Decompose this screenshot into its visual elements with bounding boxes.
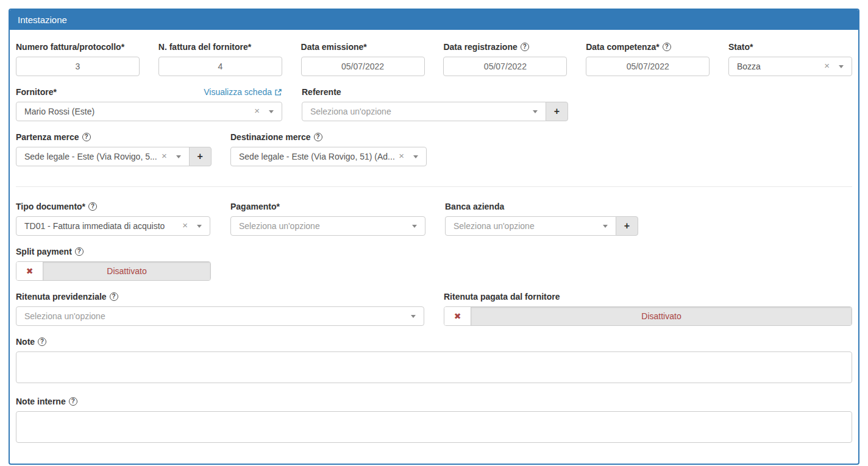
toggle-off-icon: ✖ [26, 267, 34, 275]
chevron-down-icon [176, 155, 181, 158]
chevron-down-icon [269, 110, 274, 113]
pagamento-select[interactable]: Seleziona un'opzione [230, 216, 425, 236]
clear-icon[interactable]: × [399, 151, 404, 160]
add-banca-azienda-button[interactable]: + [616, 216, 638, 236]
toggle-off-icon: ✖ [454, 312, 461, 320]
row-fornitore-referente: Fornitore* Visualizza scheda Mario Rossi… [16, 87, 852, 121]
banca-azienda-label: Banca azienda [445, 202, 638, 211]
row-header-fields: Numero fattura/protocollo* N. fattura de… [16, 42, 852, 76]
data-competenza-label: Data competenza* ? [586, 42, 710, 52]
field-n-fattura-fornitore: N. fattura del fornitore* [158, 42, 282, 76]
help-icon[interactable]: ? [314, 133, 322, 141]
stato-select-value: Bozza [737, 62, 761, 71]
destinazione-merce-label: Destinazione merce ? [230, 132, 427, 142]
help-icon[interactable]: ? [69, 397, 77, 406]
row-merce: Partenza merce ? Sede legale - Este (Via… [16, 132, 852, 166]
ritenuta-pagata-toggle-state: Disattivato [471, 307, 852, 325]
stato-label: Stato* [728, 42, 852, 52]
external-link-icon [274, 88, 282, 96]
note-label: Note ? [16, 337, 852, 347]
split-payment-toggle-state: Disattivato [43, 262, 210, 280]
referente-select-placeholder: Seleziona un'opzione [310, 107, 391, 116]
row-note: Note ? [16, 337, 852, 386]
referente-select[interactable]: Seleziona un'opzione [302, 102, 546, 121]
chevron-down-icon [533, 110, 538, 113]
partenza-merce-select[interactable]: Sede legale - Este (Via Rovigo, 5... × [16, 147, 190, 166]
help-icon[interactable]: ? [38, 337, 46, 346]
field-partenza-merce: Partenza merce ? Sede legale - Este (Via… [16, 132, 210, 166]
clear-icon[interactable]: × [824, 61, 830, 70]
partenza-merce-label: Partenza merce ? [16, 132, 210, 142]
split-payment-label: Split payment ? [16, 247, 211, 256]
row-note-interne: Note interne ? [16, 397, 852, 445]
tipo-documento-select[interactable]: TD01 - Fattura immediata di acquisto × [16, 216, 210, 236]
ritenuta-pagata-toggle[interactable]: ✖ Disattivato [444, 306, 852, 326]
numero-fattura-label: Numero fattura/protocollo* [16, 42, 140, 52]
banca-azienda-select[interactable]: Seleziona un'opzione [445, 216, 616, 236]
clear-icon[interactable]: × [182, 221, 188, 230]
field-data-competenza: Data competenza* ? [586, 42, 710, 76]
panel-body: Numero fattura/protocollo* N. fattura de… [10, 30, 858, 464]
partenza-merce-select-value: Sede legale - Este (Via Rovigo, 5... [24, 152, 157, 161]
help-icon[interactable]: ? [75, 247, 84, 256]
note-interne-label: Note interne ? [16, 397, 852, 406]
ritenuta-previdenziale-select[interactable]: Seleziona un'opzione [16, 306, 424, 326]
field-pagamento: Pagamento* Seleziona un'opzione [230, 202, 425, 236]
field-numero-fattura: Numero fattura/protocollo* [16, 42, 140, 76]
chevron-down-icon [603, 225, 608, 228]
stato-select[interactable]: Bozza × [728, 57, 852, 76]
help-icon[interactable]: ? [663, 43, 671, 51]
note-interne-textarea[interactable] [16, 411, 852, 443]
field-stato: Stato* Bozza × [728, 42, 852, 76]
field-ritenuta-previdenziale: Ritenuta previdenziale ? Seleziona un'op… [16, 292, 424, 326]
n-fattura-fornitore-label: N. fattura del fornitore* [158, 42, 282, 52]
chevron-down-icon [412, 225, 417, 228]
tipo-documento-label: Tipo documento* ? [16, 202, 210, 211]
row-documento-pagamento: Tipo documento* ? TD01 - Fattura immedia… [16, 202, 852, 236]
destinazione-merce-select[interactable]: Sede legale - Este (Via Rovigo, 51) (Ad.… [230, 147, 427, 166]
pagamento-select-placeholder: Seleziona un'opzione [239, 221, 320, 231]
field-destinazione-merce: Destinazione merce ? Sede legale - Este … [230, 132, 427, 166]
field-ritenuta-pagata: Ritenuta pagata dal fornitore ✖ Disattiv… [444, 292, 852, 326]
panel-title: Intestazione [10, 10, 858, 30]
data-emissione-input[interactable] [301, 57, 425, 76]
intestazione-panel: Intestazione Numero fattura/protocollo* … [9, 9, 859, 465]
field-note: Note ? [16, 337, 852, 386]
data-registrazione-label: Data registrazione ? [443, 42, 567, 52]
n-fattura-fornitore-input[interactable] [158, 57, 282, 76]
fornitore-select-value: Mario Rossi (Este) [24, 107, 94, 116]
data-emissione-label: Data emissione* [301, 42, 425, 52]
ritenuta-previdenziale-label: Ritenuta previdenziale ? [16, 292, 424, 302]
add-partenza-merce-button[interactable]: + [189, 147, 212, 166]
data-registrazione-input[interactable] [443, 57, 567, 76]
visualizza-scheda-link[interactable]: Visualizza scheda [204, 87, 282, 97]
toggle-handle[interactable]: ✖ [16, 262, 43, 280]
ritenuta-previdenziale-select-placeholder: Seleziona un'opzione [24, 311, 105, 321]
split-payment-toggle[interactable]: ✖ Disattivato [16, 261, 211, 281]
help-icon[interactable]: ? [110, 292, 118, 301]
fornitore-select[interactable]: Mario Rossi (Este) × [16, 102, 282, 121]
ritenuta-pagata-label: Ritenuta pagata dal fornitore [444, 292, 852, 302]
banca-azienda-select-placeholder: Seleziona un'opzione [454, 221, 535, 231]
pagamento-label: Pagamento* [230, 202, 425, 211]
toggle-handle[interactable]: ✖ [444, 307, 471, 325]
clear-icon[interactable]: × [162, 151, 167, 160]
help-icon[interactable]: ? [82, 133, 91, 141]
fornitore-label: Fornitore* [16, 87, 57, 97]
add-referente-button[interactable]: + [546, 102, 568, 121]
data-competenza-input[interactable] [586, 57, 710, 76]
field-referente: Referente Seleziona un'opzione + [302, 87, 568, 121]
note-textarea[interactable] [16, 351, 852, 383]
field-banca-azienda: Banca azienda Seleziona un'opzione + [445, 202, 638, 236]
help-icon[interactable]: ? [521, 43, 529, 51]
clear-icon[interactable]: × [254, 106, 260, 115]
row-ritenute: Ritenuta previdenziale ? Seleziona un'op… [16, 292, 852, 326]
chevron-down-icon [413, 155, 418, 158]
destinazione-merce-select-value: Sede legale - Este (Via Rovigo, 51) (Ad.… [239, 152, 394, 161]
field-data-registrazione: Data registrazione ? [443, 42, 567, 76]
tipo-documento-select-value: TD01 - Fattura immediata di acquisto [24, 221, 165, 231]
row-split-payment: Split payment ? ✖ Disattivato [16, 247, 852, 281]
section-divider [16, 186, 852, 187]
help-icon[interactable]: ? [88, 202, 97, 211]
numero-fattura-input[interactable] [16, 57, 140, 76]
